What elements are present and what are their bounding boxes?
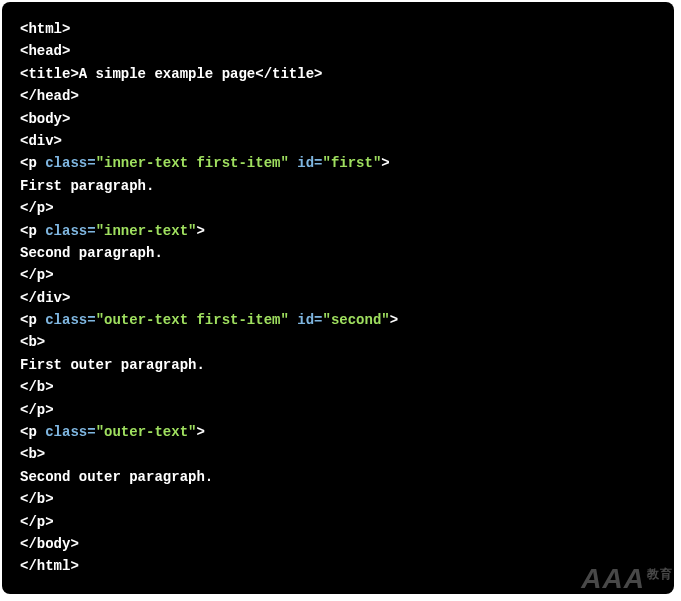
code-line: <b>: [20, 331, 656, 353]
code-line: </p>: [20, 264, 656, 286]
code-token: First paragraph.: [20, 178, 154, 194]
code-token: <b>: [20, 334, 45, 350]
code-line: <title>A simple example page</title>: [20, 63, 656, 85]
code-token: >: [381, 155, 389, 171]
code-line: <p class="outer-text">: [20, 421, 656, 443]
code-token: "inner-text first-item": [96, 155, 289, 171]
code-line: <p class="inner-text">: [20, 220, 656, 242]
code-token: </p>: [20, 402, 54, 418]
code-token: >: [196, 223, 204, 239]
code-token: </b>: [20, 379, 54, 395]
code-line: <b>: [20, 443, 656, 465]
code-token: "inner-text": [96, 223, 197, 239]
code-token: class: [45, 155, 87, 171]
code-token: >: [390, 312, 398, 328]
code-token: </p>: [20, 514, 54, 530]
code-line: First paragraph.: [20, 175, 656, 197]
code-line: <div>: [20, 130, 656, 152]
code-line: Second outer paragraph.: [20, 466, 656, 488]
code-token: <body>: [20, 111, 70, 127]
code-token: =: [87, 223, 95, 239]
code-line: </html>: [20, 555, 656, 577]
code-token: <p: [20, 424, 45, 440]
code-token: </html>: [20, 558, 79, 574]
code-token: First outer paragraph.: [20, 357, 205, 373]
code-token: id: [297, 155, 314, 171]
code-line: </b>: [20, 376, 656, 398]
code-line: </p>: [20, 399, 656, 421]
code-token: Second paragraph.: [20, 245, 163, 261]
code-token: id: [297, 312, 314, 328]
code-token: </body>: [20, 536, 79, 552]
code-token: =: [87, 312, 95, 328]
code-line: </b>: [20, 488, 656, 510]
code-token: <b>: [20, 446, 45, 462]
code-token: =: [314, 312, 322, 328]
code-line: <html>: [20, 18, 656, 40]
code-token: <p: [20, 312, 45, 328]
code-line: </div>: [20, 287, 656, 309]
code-line: First outer paragraph.: [20, 354, 656, 376]
code-line: Second paragraph.: [20, 242, 656, 264]
code-line: <p class="inner-text first-item" id="fir…: [20, 152, 656, 174]
code-line: <p class="outer-text first-item" id="sec…: [20, 309, 656, 331]
code-token: </p>: [20, 267, 54, 283]
code-line: </p>: [20, 197, 656, 219]
code-token: "outer-text first-item": [96, 312, 289, 328]
code-token: <title>A simple example page</title>: [20, 66, 322, 82]
code-line: </body>: [20, 533, 656, 555]
code-token: =: [87, 424, 95, 440]
code-token: class: [45, 223, 87, 239]
code-token: </head>: [20, 88, 79, 104]
code-token: "outer-text": [96, 424, 197, 440]
code-token: Second outer paragraph.: [20, 469, 213, 485]
code-token: <p: [20, 155, 45, 171]
code-token: class: [45, 424, 87, 440]
code-token: </p>: [20, 200, 54, 216]
code-line: <head>: [20, 40, 656, 62]
code-token: </b>: [20, 491, 54, 507]
code-token: <html>: [20, 21, 70, 37]
code-token: </div>: [20, 290, 70, 306]
code-line: </head>: [20, 85, 656, 107]
code-token: "second": [323, 312, 390, 328]
code-token: =: [87, 155, 95, 171]
code-token: <head>: [20, 43, 70, 59]
code-token: class: [45, 312, 87, 328]
code-token: <div>: [20, 133, 62, 149]
code-token: <p: [20, 223, 45, 239]
code-token: >: [196, 424, 204, 440]
code-token: =: [314, 155, 322, 171]
code-line: </p>: [20, 511, 656, 533]
code-line: <body>: [20, 108, 656, 130]
code-token: "first": [323, 155, 382, 171]
code-block: <html><head><title>A simple example page…: [2, 2, 674, 594]
